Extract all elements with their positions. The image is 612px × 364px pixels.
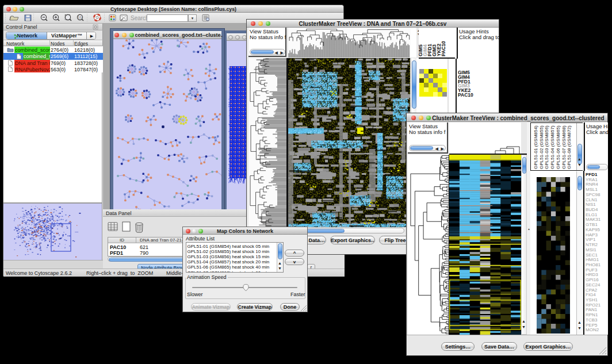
svg-text:GPL51-03 (GSM856): GPL51-03 (GSM856)	[544, 125, 549, 169]
svg-text:GPL51-08 (GSM872): GPL51-08 (GSM872)	[567, 125, 572, 169]
svg-text:GPL51-07 (GSM868): GPL51-07 (GSM868)	[561, 125, 567, 169]
svg-text:GPL51-01 (GSM854): GPL51-01 (GSM854)	[533, 125, 538, 169]
svg-text:GPL51-04 (GSM857): GPL51-04 (GSM857)	[550, 125, 555, 169]
svg-text:GPL51-02 (GSM855): GPL51-02 (GSM855)	[539, 125, 544, 169]
svg-text:GPL51-06 (GSM865): GPL51-06 (GSM865)	[556, 125, 561, 169]
svg-text:PAC10: PAC10	[441, 41, 446, 56]
svg-text:1:1: 1:1	[78, 16, 82, 19]
